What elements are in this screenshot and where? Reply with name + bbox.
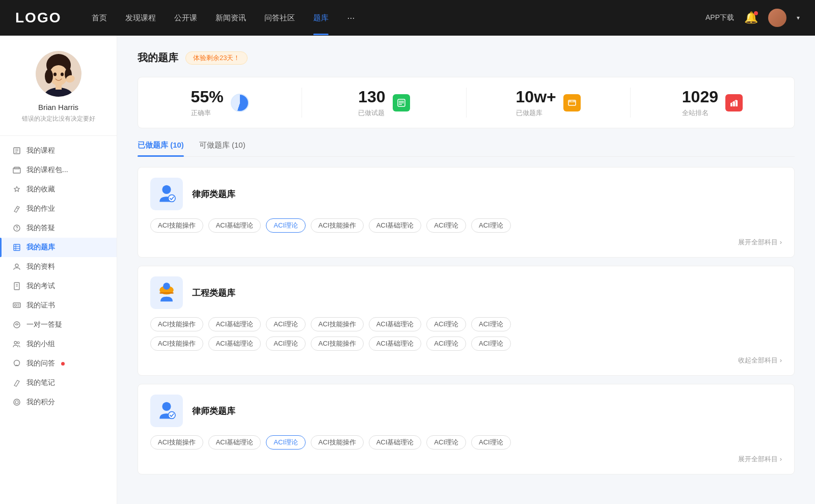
qbank-card-2: 律师类题库 ACI技能操作 ACI基础理论 ACI理论 ACI技能操作 ACI基… xyxy=(138,384,795,474)
user-avatar[interactable] xyxy=(768,9,786,27)
profile-avatar xyxy=(36,51,82,97)
sidebar-item-myqa[interactable]: 我的问答 xyxy=(0,354,117,373)
sidebar-item-notes[interactable]: 我的笔记 xyxy=(0,373,117,393)
nav-more-icon[interactable]: ··· xyxy=(347,13,355,23)
tag-2-2[interactable]: ACI理论 xyxy=(266,435,306,450)
tag-1-5[interactable]: ACI理论 xyxy=(426,317,466,331)
tag-0-5[interactable]: ACI理论 xyxy=(426,218,466,233)
qbank-card-2-header: 律师类题库 xyxy=(150,395,782,427)
svg-point-7 xyxy=(53,73,57,76)
tag-1-0[interactable]: ACI技能操作 xyxy=(150,317,203,331)
notes-icon xyxy=(12,378,21,387)
tag-1-2[interactable]: ACI理论 xyxy=(266,317,306,331)
tag-2-3[interactable]: ACI技能操作 xyxy=(311,435,364,450)
profile-motto: 错误的决定比没有决定要好 xyxy=(22,115,95,123)
sidebar-item-group[interactable]: 我的小组 xyxy=(0,334,117,354)
exam-icon xyxy=(12,282,21,291)
nav-home[interactable]: 首页 xyxy=(92,13,107,23)
svg-point-48 xyxy=(730,103,731,104)
expand-link-2[interactable]: 展开全部科目 › xyxy=(150,455,782,464)
svg-line-16 xyxy=(16,208,18,209)
tag-0-4[interactable]: ACI基础理论 xyxy=(369,218,422,233)
tag-1-6[interactable]: ACI理论 xyxy=(471,317,511,331)
page-header: 我的题库 体验剩余23天！ xyxy=(138,51,795,65)
tag-1-e3[interactable]: ACI技能操作 xyxy=(311,337,364,351)
tutor-label: 一对一答疑 xyxy=(26,320,62,329)
tag-0-3[interactable]: ACI技能操作 xyxy=(311,218,364,233)
avatar-illustration xyxy=(36,51,82,97)
tag-1-e6[interactable]: ACI理论 xyxy=(471,337,511,351)
stat-done-questions: 130 已做试题 xyxy=(302,88,466,118)
notes-label: 我的笔记 xyxy=(26,378,55,387)
user-dropdown-icon[interactable]: ▾ xyxy=(797,14,800,21)
nav-qa[interactable]: 问答社区 xyxy=(264,13,295,23)
sidebar: Brian Harris 错误的决定比没有决定要好 我的课程 我的课程包... xyxy=(0,36,117,504)
stat-accuracy-label: 正确率 xyxy=(191,108,224,118)
main-content: 我的题库 体验剩余23天！ 55% 正确率 130 已做试题 xyxy=(117,36,815,504)
svg-point-3 xyxy=(45,69,53,83)
stat-accuracy-number: 55% xyxy=(191,88,224,106)
logo: LOGO xyxy=(15,10,61,26)
nav-news[interactable]: 新闻资讯 xyxy=(215,13,246,23)
tag-0-2[interactable]: ACI理论 xyxy=(266,218,306,233)
sidebar-item-favorites[interactable]: 我的收藏 xyxy=(0,180,117,199)
done-questions-icon xyxy=(393,94,410,111)
nav-courses[interactable]: 发现课程 xyxy=(125,13,156,23)
svg-point-8 xyxy=(61,73,64,76)
sidebar-item-exam[interactable]: 我的考试 xyxy=(0,276,117,296)
nav-items: 首页 发现课程 公开课 新闻资讯 问答社区 题库 ··· xyxy=(92,13,705,23)
tag-1-3[interactable]: ACI技能操作 xyxy=(311,317,364,331)
accuracy-pie-icon xyxy=(231,94,249,112)
tag-0-1[interactable]: ACI基础理论 xyxy=(208,218,261,233)
tag-0-6[interactable]: ACI理论 xyxy=(471,218,511,233)
group-icon xyxy=(12,340,21,349)
qbank-label: 我的题库 xyxy=(26,243,55,252)
sidebar-item-profile[interactable]: 我的资料 xyxy=(0,257,117,276)
tag-1-e1[interactable]: ACI基础理论 xyxy=(208,337,261,351)
stat-done-q-content: 130 已做试题 xyxy=(358,88,385,118)
myqa-label: 我的问答 xyxy=(26,359,55,368)
sidebar-item-questions[interactable]: 我的答疑 xyxy=(0,218,117,238)
nav-qbank[interactable]: 题库 xyxy=(313,13,329,23)
notification-bell[interactable]: 🔔 xyxy=(744,11,758,24)
qbank-card-1-header: 工程类题库 xyxy=(150,276,782,309)
nav-open[interactable]: 公开课 xyxy=(174,13,197,23)
sidebar-item-cert[interactable]: 我的证书 xyxy=(0,296,117,315)
svg-point-50 xyxy=(736,100,737,101)
stat-accuracy: 55% 正确率 xyxy=(138,88,302,118)
app-download-button[interactable]: APP下载 xyxy=(705,13,734,22)
svg-rect-46 xyxy=(733,102,735,106)
tag-2-0[interactable]: ACI技能操作 xyxy=(150,435,203,450)
sidebar-item-course-pkg[interactable]: 我的课程包... xyxy=(0,160,117,180)
qbank-card-1-tags-row1: ACI技能操作 ACI基础理论 ACI理论 ACI技能操作 ACI基础理论 AC… xyxy=(150,317,782,331)
tag-2-5[interactable]: ACI理论 xyxy=(426,435,466,450)
tag-1-4[interactable]: ACI基础理论 xyxy=(369,317,422,331)
tab-done[interactable]: 已做题库 (10) xyxy=(138,141,184,156)
cert-label: 我的证书 xyxy=(26,301,55,310)
expand-link-1[interactable]: 收起全部科目 › xyxy=(150,356,782,365)
tag-1-e2[interactable]: ACI理论 xyxy=(266,337,306,351)
tag-1-1[interactable]: ACI基础理论 xyxy=(208,317,261,331)
tag-1-e0[interactable]: ACI技能操作 xyxy=(150,337,203,351)
sidebar-item-tutor[interactable]: 一对一答疑 xyxy=(0,315,117,334)
tag-2-1[interactable]: ACI基础理论 xyxy=(208,435,261,450)
profile-menu-icon xyxy=(12,262,21,271)
tag-0-0[interactable]: ACI技能操作 xyxy=(150,218,203,233)
sidebar-item-homework[interactable]: 我的作业 xyxy=(0,199,117,218)
qbank-card-1: 工程类题库 ACI技能操作 ACI基础理论 ACI理论 ACI技能操作 ACI基… xyxy=(138,266,795,376)
tag-1-e5[interactable]: ACI理论 xyxy=(426,337,466,351)
tag-2-4[interactable]: ACI基础理论 xyxy=(369,435,422,450)
lawyer-avatar-0 xyxy=(150,178,183,210)
nav-right: APP下载 🔔 ▾ xyxy=(705,9,800,27)
sidebar-item-points[interactable]: 我的积分 xyxy=(0,393,117,412)
tab-available[interactable]: 可做题库 (10) xyxy=(199,141,246,156)
tag-2-6[interactable]: ACI理论 xyxy=(471,435,511,450)
qbank-card-0-name: 律师类题库 xyxy=(192,188,235,200)
sidebar-item-qbank[interactable]: 我的题库 xyxy=(0,238,117,257)
sidebar-item-course[interactable]: 我的课程 xyxy=(0,141,117,160)
expand-link-0[interactable]: 展开全部科目 › xyxy=(150,238,782,247)
qbank-card-1-name: 工程类题库 xyxy=(192,287,235,299)
tag-1-e4[interactable]: ACI基础理论 xyxy=(369,337,422,351)
engineer-avatar-1 xyxy=(150,276,183,309)
myqa-icon xyxy=(12,359,21,368)
